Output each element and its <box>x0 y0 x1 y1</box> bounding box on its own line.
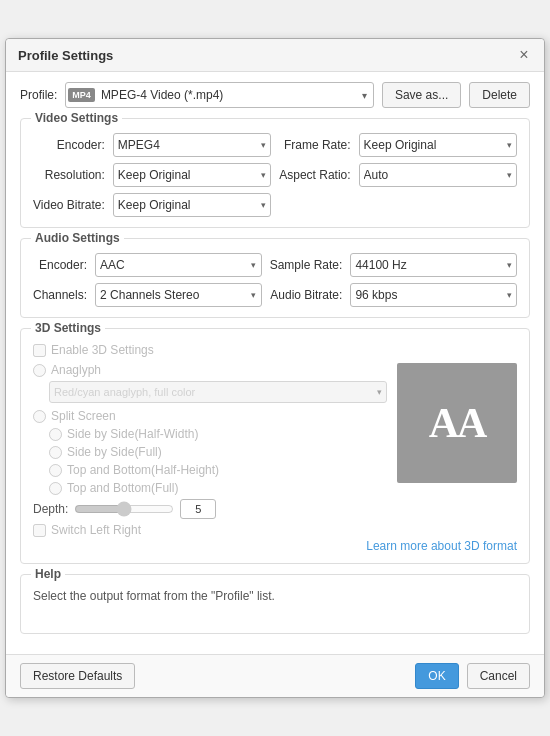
side-by-side-half-label: Side by Side(Half-Width) <box>67 427 198 441</box>
aspect-ratio-label: Aspect Ratio: <box>279 168 350 182</box>
encoder-label: Encoder: <box>33 138 105 152</box>
dialog-title: Profile Settings <box>18 48 113 63</box>
audio-bitrate-select-wrapper: 96 kbps ▾ <box>350 283 517 307</box>
enable-3d-row: Enable 3D Settings <box>33 343 517 357</box>
depth-input[interactable] <box>181 503 215 515</box>
switch-left-right-checkbox[interactable] <box>33 524 46 537</box>
anaglyph-radio-row: Anaglyph <box>33 363 387 377</box>
sample-rate-label: Sample Rate: <box>270 258 343 272</box>
split-screen-radio-row: Split Screen <box>33 409 387 423</box>
anaglyph-select[interactable]: Red/cyan anaglyph, full color <box>50 382 372 402</box>
aspect-ratio-select[interactable]: Auto <box>360 164 502 186</box>
resolution-select[interactable]: Keep Original <box>114 164 256 186</box>
sub-radio-group: Side by Side(Half-Width) Side by Side(Fu… <box>49 427 387 495</box>
channels-label: Channels: <box>33 288 87 302</box>
aspect-ratio-select-wrapper: Auto ▾ <box>359 163 517 187</box>
enable-3d-checkbox[interactable] <box>33 344 46 357</box>
3d-content: Anaglyph Red/cyan anaglyph, full color ▾… <box>33 363 517 537</box>
help-section: Help Select the output format from the "… <box>20 574 530 634</box>
resolution-arrow-icon: ▾ <box>256 170 270 180</box>
aspect-ratio-arrow-icon: ▾ <box>502 170 516 180</box>
profile-select-arrow-icon: ▾ <box>357 90 373 101</box>
video-bitrate-select[interactable]: Keep Original <box>114 194 256 216</box>
frame-rate-arrow-icon: ▾ <box>502 140 516 150</box>
restore-defaults-button[interactable]: Restore Defaults <box>20 663 135 689</box>
video-settings-title: Video Settings <box>31 111 122 125</box>
top-bottom-full-label: Top and Bottom(Full) <box>67 481 178 495</box>
audio-encoder-select[interactable]: AAC <box>96 254 247 276</box>
top-bottom-half-row: Top and Bottom(Half-Height) <box>49 463 387 477</box>
encoder-select-wrapper: MPEG4 ▾ <box>113 133 271 157</box>
sample-rate-select-wrapper: 44100 Hz ▾ <box>350 253 517 277</box>
title-bar: Profile Settings × <box>6 39 544 72</box>
audio-bitrate-label: Audio Bitrate: <box>270 288 343 302</box>
side-by-side-full-radio[interactable] <box>49 446 62 459</box>
sample-rate-arrow-icon: ▾ <box>502 260 516 270</box>
side-by-side-full-row: Side by Side(Full) <box>49 445 387 459</box>
video-settings-grid: Encoder: MPEG4 ▾ Frame Rate: Keep Origin… <box>33 133 517 217</box>
channels-select[interactable]: 2 Channels Stereo <box>96 284 247 306</box>
split-screen-radio[interactable] <box>33 410 46 423</box>
video-bitrate-label: Video Bitrate: <box>33 198 105 212</box>
anaglyph-radio[interactable] <box>33 364 46 377</box>
profile-select-wrapper: MP4 MPEG-4 Video (*.mp4) ▾ <box>65 82 374 108</box>
side-by-side-half-row: Side by Side(Half-Width) <box>49 427 387 441</box>
anaglyph-select-wrapper: Red/cyan anaglyph, full color ▾ <box>49 381 387 403</box>
help-title: Help <box>31 567 65 581</box>
profile-label: Profile: <box>20 88 57 102</box>
save-as-button[interactable]: Save as... <box>382 82 461 108</box>
profile-row: Profile: MP4 MPEG-4 Video (*.mp4) ▾ Save… <box>20 82 530 108</box>
top-bottom-half-label: Top and Bottom(Half-Height) <box>67 463 219 477</box>
audio-encoder-label: Encoder: <box>33 258 87 272</box>
delete-button[interactable]: Delete <box>469 82 530 108</box>
top-bottom-full-radio[interactable] <box>49 482 62 495</box>
learn-more-link[interactable]: Learn more about 3D format <box>366 539 517 553</box>
depth-slider[interactable] <box>74 501 174 517</box>
depth-value-wrapper <box>180 499 216 519</box>
ok-button[interactable]: OK <box>415 663 458 689</box>
sample-rate-select[interactable]: 44100 Hz <box>351 254 502 276</box>
channels-select-wrapper: 2 Channels Stereo ▾ <box>95 283 262 307</box>
encoder-select[interactable]: MPEG4 <box>114 134 256 156</box>
channels-arrow-icon: ▾ <box>247 290 261 300</box>
top-bottom-half-radio[interactable] <box>49 464 62 477</box>
help-text: Select the output format from the "Profi… <box>33 589 517 603</box>
depth-label: Depth: <box>33 502 68 516</box>
side-by-side-half-radio[interactable] <box>49 428 62 441</box>
audio-bitrate-select[interactable]: 96 kbps <box>351 284 502 306</box>
resolution-select-wrapper: Keep Original ▾ <box>113 163 271 187</box>
dialog-footer: Restore Defaults OK Cancel <box>6 654 544 697</box>
frame-rate-label: Frame Rate: <box>279 138 350 152</box>
3d-settings-title: 3D Settings <box>31 321 105 335</box>
enable-3d-label: Enable 3D Settings <box>51 343 154 357</box>
depth-row: Depth: <box>33 499 387 519</box>
side-by-side-full-label: Side by Side(Full) <box>67 445 162 459</box>
audio-settings-title: Audio Settings <box>31 231 124 245</box>
audio-encoder-arrow-icon: ▾ <box>247 260 261 270</box>
3d-options-left: Anaglyph Red/cyan anaglyph, full color ▾… <box>33 363 387 537</box>
3d-settings-section: 3D Settings Enable 3D Settings Anaglyph … <box>20 328 530 564</box>
profile-settings-dialog: Profile Settings × Profile: MP4 MPEG-4 V… <box>5 38 545 698</box>
video-bitrate-arrow-icon: ▾ <box>256 200 270 210</box>
footer-right: OK Cancel <box>415 663 530 689</box>
video-bitrate-select-wrapper: Keep Original ▾ <box>113 193 271 217</box>
resolution-label: Resolution: <box>33 168 105 182</box>
audio-settings-section: Audio Settings Encoder: AAC ▾ Sample Rat… <box>20 238 530 318</box>
audio-encoder-select-wrapper: AAC ▾ <box>95 253 262 277</box>
close-button[interactable]: × <box>516 47 532 63</box>
video-settings-section: Video Settings Encoder: MPEG4 ▾ Frame Ra… <box>20 118 530 228</box>
learn-more-row: Learn more about 3D format <box>33 539 517 553</box>
dialog-body: Profile: MP4 MPEG-4 Video (*.mp4) ▾ Save… <box>6 72 544 654</box>
frame-rate-select-wrapper: Keep Original ▾ <box>359 133 517 157</box>
frame-rate-select[interactable]: Keep Original <box>360 134 502 156</box>
encoder-arrow-icon: ▾ <box>256 140 270 150</box>
anaglyph-arrow-icon: ▾ <box>372 387 386 397</box>
audio-settings-grid: Encoder: AAC ▾ Sample Rate: 44100 Hz ▾ C… <box>33 253 517 307</box>
cancel-button[interactable]: Cancel <box>467 663 530 689</box>
profile-select[interactable]: MPEG-4 Video (*.mp4) <box>97 83 357 107</box>
profile-icon: MP4 <box>68 88 95 102</box>
switch-row: Switch Left Right <box>33 523 387 537</box>
3d-preview-text: AA <box>429 399 486 447</box>
3d-preview: AA <box>397 363 517 483</box>
switch-left-right-label: Switch Left Right <box>51 523 141 537</box>
